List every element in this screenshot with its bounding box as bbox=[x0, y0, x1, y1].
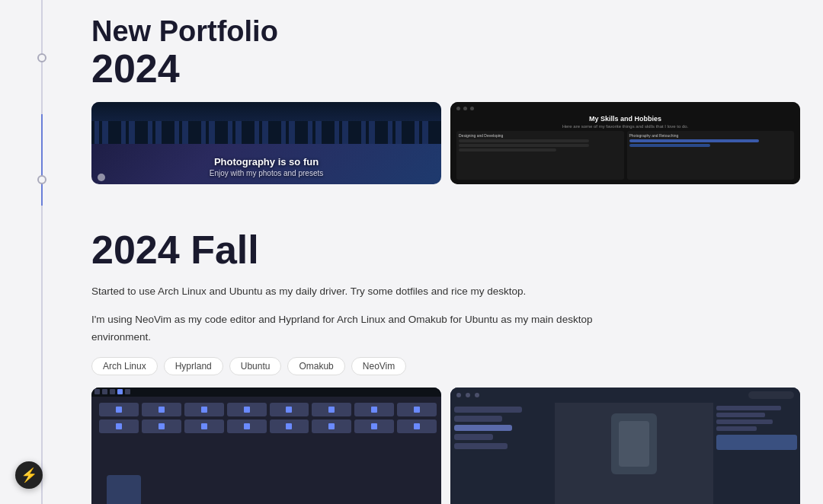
file-3 bbox=[184, 403, 224, 416]
photo-main-text: Photography is so fun bbox=[91, 156, 441, 167]
page-layout: New Portfolio 2024 Photography is so fun… bbox=[0, 0, 823, 504]
file-7-icon bbox=[371, 407, 377, 413]
tag-neovim[interactable]: NeoVim bbox=[351, 357, 406, 375]
file-4-icon bbox=[244, 407, 250, 413]
play-icon bbox=[98, 174, 105, 181]
file-11 bbox=[184, 419, 224, 433]
prop-2 bbox=[716, 413, 764, 417]
fall-header: 2024 Fall bbox=[91, 230, 800, 270]
main-content: New Portfolio 2024 Photography is so fun… bbox=[84, 0, 823, 504]
skill-bar-2 bbox=[459, 144, 589, 147]
tag-ubuntu[interactable]: Ubuntu bbox=[229, 357, 282, 375]
file-15-icon bbox=[371, 423, 377, 429]
fall-desc-2: I'm using NeoVim as my code editor and H… bbox=[91, 311, 625, 346]
fall-desc-1: Started to use Arch Linux and Ubuntu as … bbox=[91, 283, 625, 301]
taskbar-icon-active bbox=[117, 389, 123, 394]
photo-sub-text: Enjoy with my photos and presets bbox=[91, 169, 441, 177]
section2-title: 2024 Fall bbox=[91, 230, 800, 270]
skills-cols: Designing and Developing Photography and… bbox=[456, 131, 794, 180]
file-5-icon bbox=[286, 407, 292, 413]
prop-1 bbox=[716, 406, 781, 410]
wayland-body bbox=[450, 403, 800, 505]
file-8-icon bbox=[414, 407, 420, 413]
file-10 bbox=[142, 419, 181, 433]
sidebar-item-3 bbox=[454, 434, 493, 440]
skills-mockup: My Skills and Hobbies Here are some of m… bbox=[450, 102, 800, 184]
phone-mockup bbox=[611, 413, 657, 474]
file-1-icon bbox=[116, 407, 122, 413]
sidebar-timeline bbox=[0, 0, 84, 504]
portfolio-skills-card[interactable]: My Skills and Hobbies Here are some of m… bbox=[450, 102, 800, 184]
portfolio-photo-card[interactable]: Photography is so fun Enjoy with my phot… bbox=[91, 102, 441, 184]
file-9-icon bbox=[116, 423, 122, 429]
lightning-badge[interactable]: ⚡ bbox=[15, 461, 43, 489]
skill-bar-5 bbox=[629, 144, 711, 147]
section-fall-2024: 2024 Fall Started to use Arch Linux and … bbox=[91, 230, 800, 504]
skyline-bg bbox=[91, 102, 441, 144]
skills-col-1: Designing and Developing bbox=[456, 131, 624, 180]
lightning-icon: ⚡ bbox=[21, 467, 37, 483]
file-16-icon bbox=[414, 423, 420, 429]
file-12-icon bbox=[244, 423, 250, 429]
tag-arch-linux[interactable]: Arch Linux bbox=[91, 357, 158, 375]
skills-col-2: Photography and Retouching bbox=[627, 131, 795, 180]
file-13-icon bbox=[286, 423, 292, 429]
skills-dot-3 bbox=[470, 107, 474, 110]
phone-screen bbox=[619, 421, 649, 467]
files-area bbox=[91, 388, 441, 505]
taskbar-icon-4 bbox=[125, 389, 130, 394]
file-4 bbox=[227, 403, 267, 416]
file-12 bbox=[227, 419, 267, 433]
prop-3 bbox=[716, 419, 773, 424]
tag-omakub[interactable]: Omakub bbox=[287, 357, 344, 375]
timeline-dot-2 bbox=[37, 175, 46, 184]
tags-row: Arch Linux Hyprland Ubuntu Omakub NeoVim bbox=[91, 357, 800, 375]
fall-img-1[interactable] bbox=[91, 388, 441, 505]
skill-bar-3 bbox=[459, 148, 556, 152]
linux-taskbar bbox=[91, 388, 441, 397]
skill-bar-1 bbox=[459, 139, 589, 142]
taskbar-icon-3 bbox=[110, 389, 115, 394]
nav-dot-1 bbox=[456, 393, 461, 397]
col1-title: Designing and Developing bbox=[459, 133, 622, 138]
fall-images-row-1 bbox=[91, 388, 800, 505]
file-3-icon bbox=[201, 407, 207, 413]
file-15 bbox=[354, 419, 394, 433]
sidebar-item-1 bbox=[454, 407, 522, 413]
file-11-icon bbox=[201, 423, 207, 429]
portfolio-images: Photography is so fun Enjoy with my phot… bbox=[91, 102, 800, 184]
pokemon-sprite-1 bbox=[107, 475, 141, 505]
file-16 bbox=[397, 419, 437, 433]
nav-dot-2 bbox=[466, 393, 470, 397]
section1-title: New Portfolio 2024 bbox=[91, 15, 800, 88]
file-1 bbox=[99, 403, 139, 416]
prop-thumbnail bbox=[716, 435, 797, 450]
wayland-properties bbox=[713, 403, 800, 505]
file-14-icon bbox=[328, 423, 335, 429]
skills-dot-2 bbox=[463, 107, 467, 110]
file-5 bbox=[270, 403, 309, 416]
nav-dot-3 bbox=[475, 393, 479, 397]
wayland-header bbox=[450, 388, 800, 403]
sidebar-item-2 bbox=[454, 416, 502, 422]
file-13 bbox=[270, 419, 309, 433]
wayland-mockup bbox=[450, 388, 800, 505]
file-14 bbox=[312, 419, 351, 433]
sidebar-item-active bbox=[454, 425, 512, 431]
skills-title: My Skills and Hobbies bbox=[456, 115, 794, 123]
files-icon-grid bbox=[94, 398, 441, 438]
col2-title: Photography and Retouching bbox=[629, 133, 793, 138]
taskbar-icon-2 bbox=[102, 389, 107, 394]
section-portfolio-2024: New Portfolio 2024 Photography is so fun… bbox=[91, 15, 800, 184]
file-8 bbox=[397, 403, 437, 416]
file-7 bbox=[354, 403, 394, 416]
taskbar-icon-1 bbox=[94, 389, 100, 394]
wayland-search bbox=[748, 391, 794, 399]
linux-files-mockup bbox=[91, 388, 441, 505]
skills-topbar bbox=[456, 107, 794, 110]
file-9 bbox=[99, 419, 139, 433]
timeline-dot-1 bbox=[37, 53, 46, 62]
sidebar-item-4 bbox=[454, 443, 508, 449]
tag-hyprland[interactable]: Hyprland bbox=[164, 357, 223, 375]
fall-img-2[interactable] bbox=[450, 388, 800, 505]
